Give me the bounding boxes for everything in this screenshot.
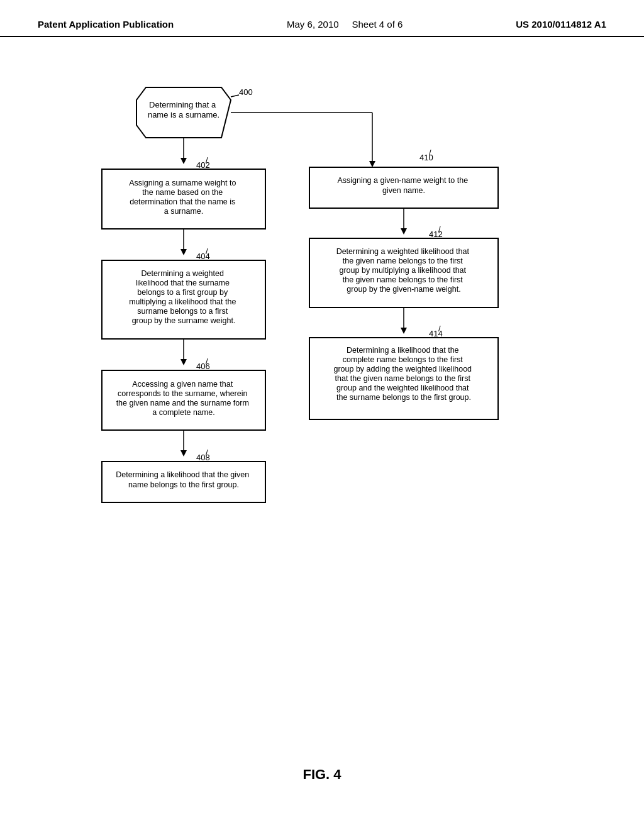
label-400-line (231, 95, 239, 97)
label-402-slash: / (206, 155, 208, 165)
page: Patent Application Publication May 6, 20… (0, 0, 644, 830)
figure-label: FIG. 4 (38, 766, 606, 783)
label-404: 404 (196, 252, 210, 261)
node-404-text: Determining a weighted likelihood that t… (129, 269, 238, 325)
label-412: 412 (429, 230, 443, 239)
node-412-text: Determining a weighted likelihood that t… (336, 247, 472, 294)
header-date: May 6, 2010 (287, 19, 339, 30)
flowchart-svg: Determining that a name is a surname. 40… (39, 62, 605, 754)
arrow-410-412-head (401, 228, 407, 235)
header-date-sheet: May 6, 2010 Sheet 4 of 6 (287, 19, 402, 30)
label-414: 414 (429, 329, 443, 338)
arrow-402-404-head (180, 249, 187, 255)
node-400-text: Determining that a name is a surname. (148, 100, 219, 119)
diagram-area: Determining that a name is a surname. 40… (0, 37, 644, 808)
header-publication-label: Patent Application Publication (38, 19, 174, 30)
arrow-400-410-head (369, 161, 375, 167)
arrow-412-414-head (401, 328, 407, 334)
arrow-400-402-head (180, 158, 187, 164)
label-406: 406 (196, 362, 210, 371)
arrow-406-408-head (180, 450, 187, 456)
arrow-404-406-head (180, 359, 187, 365)
label-410: 410 (419, 153, 433, 162)
node-414-text: Determining a likelihood that the comple… (333, 346, 474, 402)
label-408: 408 (196, 453, 210, 462)
header-patent-number: US 2010/0114812 A1 (516, 19, 606, 30)
header-sheet: Sheet 4 of 6 (352, 19, 402, 30)
label-400: 400 (239, 87, 253, 97)
page-header: Patent Application Publication May 6, 20… (0, 0, 644, 37)
